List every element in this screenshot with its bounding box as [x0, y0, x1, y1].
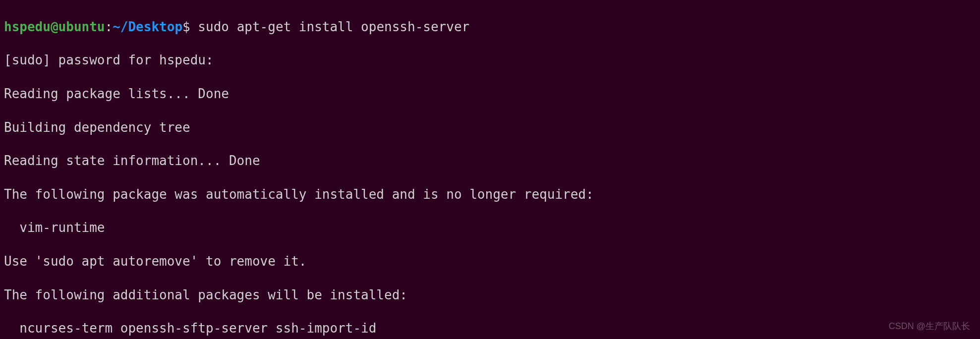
command-text: sudo apt-get install openssh-server — [198, 19, 469, 34]
output-line: [sudo] password for hspedu: — [4, 52, 976, 69]
output-line: Use 'sudo apt autoremove' to remove it. — [4, 253, 976, 270]
prompt-line: hspedu@ubuntu:~/Desktop$ sudo apt-get in… — [4, 19, 976, 36]
dollar: $ — [182, 19, 198, 34]
output-line: Reading package lists... Done — [4, 86, 976, 103]
watermark: CSDN @生产队队长 — [889, 321, 970, 332]
user-host: hspedu@ubuntu — [4, 19, 105, 34]
output-line: vim-runtime — [4, 220, 976, 236]
output-line: The following additional packages will b… — [4, 287, 976, 304]
output-line: Reading state information... Done — [4, 153, 976, 170]
path: ~/Desktop — [113, 19, 182, 34]
output-line: The following package was automatically … — [4, 186, 976, 203]
output-line: ncurses-term openssh-sftp-server ssh-imp… — [4, 320, 976, 337]
terminal-output[interactable]: hspedu@ubuntu:~/Desktop$ sudo apt-get in… — [4, 2, 976, 339]
colon: : — [105, 19, 113, 34]
output-line: Building dependency tree — [4, 119, 976, 136]
